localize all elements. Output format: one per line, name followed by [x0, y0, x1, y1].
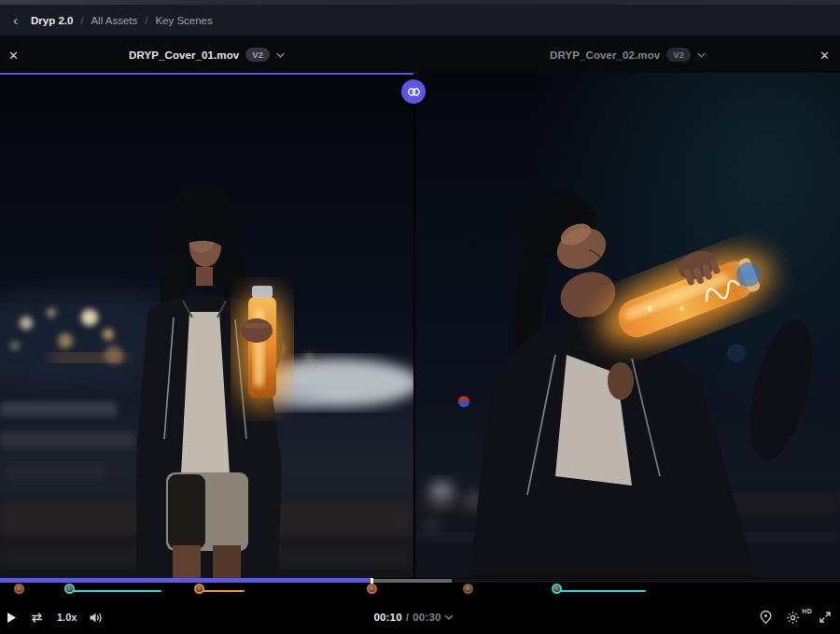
right-video-frame[interactable] [415, 73, 840, 578]
breadcrumb-separator: / [145, 15, 147, 26]
right-video-title: DRYP_Cover_02.mov [550, 49, 660, 61]
comment-range-line [71, 590, 161, 592]
comment-marker-avatar[interactable] [64, 584, 75, 594]
left-video-frame[interactable] [0, 73, 413, 578]
volume-icon[interactable] [89, 612, 103, 624]
comment-marker-avatar[interactable] [194, 584, 204, 594]
sync-link-button[interactable] [401, 79, 426, 104]
breadcrumb: ‹ Dryp 2.0 / All Assets / Key Scenes [0, 5, 840, 36]
right-version-badge: V2 [666, 48, 691, 62]
quality-settings-button[interactable]: HD [786, 611, 800, 625]
active-player-indicator [0, 73, 413, 75]
chevron-down-icon [445, 614, 454, 620]
total-duration: 00:30 [413, 612, 441, 623]
play-button[interactable] [7, 612, 17, 624]
current-time: 00:10 [373, 612, 401, 623]
compare-titlebar: ✕ DRYP_Cover_01.mov V2 DRYP_Cover_02.mov… [0, 36, 840, 73]
comment-marker-row [0, 583, 840, 600]
comment-marker-avatar[interactable] [552, 584, 562, 594]
breadcrumb-project[interactable]: Dryp 2.0 [31, 15, 73, 26]
timecode-display[interactable]: 00:10 / 00:30 [373, 600, 453, 634]
right-video-still [415, 73, 840, 578]
video-compare-viewer: ‹ Dryp 2.0 / All Assets / Key Scenes ✕ D… [0, 0, 840, 634]
time-separator: / [406, 612, 409, 623]
comment-range-line [558, 590, 646, 592]
loop-button[interactable] [29, 612, 45, 624]
playback-speed-button[interactable]: 1.0x [57, 612, 77, 623]
comment-marker-avatar[interactable] [463, 584, 473, 594]
left-version-selector[interactable]: DRYP_Cover_01.mov V2 [0, 36, 413, 73]
transport-controls: 1.0x 00:10 / 00:30 [0, 600, 840, 634]
chevron-down-icon[interactable] [697, 52, 706, 58]
chevron-down-icon[interactable] [276, 52, 285, 58]
right-version-selector[interactable]: DRYP_Cover_02.mov V2 [415, 36, 840, 73]
link-icon [407, 87, 421, 97]
player-area [0, 73, 840, 578]
close-right-player-button[interactable]: ✕ [819, 49, 830, 61]
left-video-still [0, 73, 413, 578]
fullscreen-button[interactable] [819, 611, 832, 624]
comment-marker-avatar[interactable] [14, 584, 24, 594]
comment-marker-avatar[interactable] [367, 584, 377, 594]
breadcrumb-separator: / [80, 15, 83, 26]
left-version-badge: V2 [245, 48, 270, 62]
back-chevron-icon[interactable]: ‹ [11, 13, 20, 27]
comment-range-line [201, 590, 245, 592]
hd-quality-badge: HD [802, 608, 812, 614]
breadcrumb-key-scenes[interactable]: Key Scenes [155, 15, 212, 26]
marker-pin-button[interactable] [759, 610, 773, 625]
gear-icon [786, 611, 800, 625]
breadcrumb-all-assets[interactable]: All Assets [91, 15, 137, 26]
left-video-title: DRYP_Cover_01.mov [129, 49, 239, 61]
